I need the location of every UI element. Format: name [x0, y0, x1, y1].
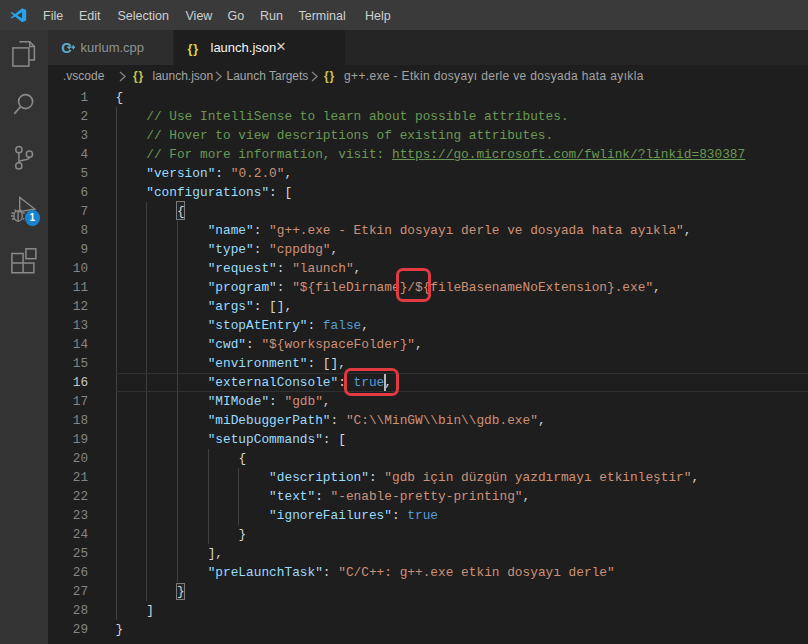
svg-text:C: C [61, 40, 72, 56]
svg-text:{}: {} [187, 41, 199, 55]
